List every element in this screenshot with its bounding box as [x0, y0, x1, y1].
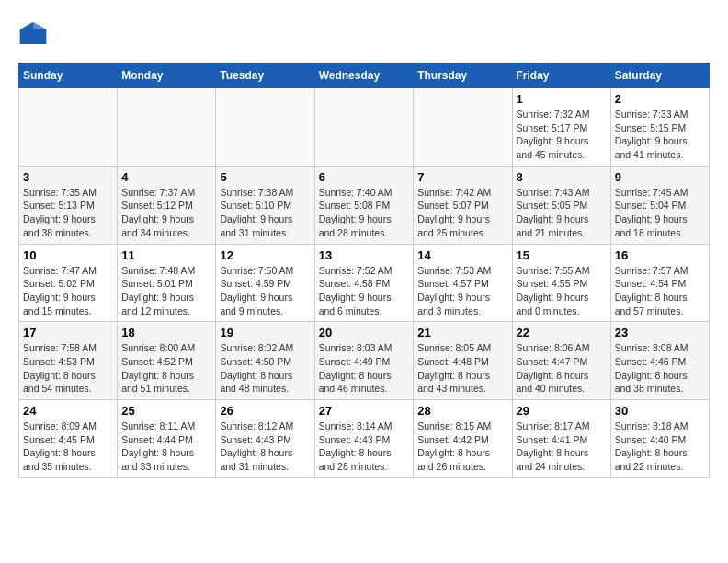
day-info: Sunrise: 8:09 AM Sunset: 4:45 PM Dayligh…: [23, 419, 113, 474]
calendar-week-1: 1Sunrise: 7:32 AM Sunset: 5:17 PM Daylig…: [19, 88, 710, 167]
day-info: Sunrise: 8:03 AM Sunset: 4:49 PM Dayligh…: [319, 341, 410, 396]
calendar-cell: 11Sunrise: 7:48 AM Sunset: 5:01 PM Dayli…: [118, 244, 216, 322]
day-info: Sunrise: 7:45 AM Sunset: 5:04 PM Dayligh…: [615, 186, 705, 240]
day-info: Sunrise: 7:53 AM Sunset: 4:57 PM Dayligh…: [417, 264, 507, 318]
day-info: Sunrise: 7:50 AM Sunset: 4:59 PM Dayligh…: [220, 264, 310, 318]
day-info: Sunrise: 7:52 AM Sunset: 4:58 PM Dayligh…: [319, 264, 410, 318]
logo: [18, 18, 51, 48]
day-number: 24: [23, 404, 113, 418]
calendar-header-row: SundayMondayTuesdayWednesdayThursdayFrid…: [19, 63, 710, 88]
calendar-week-5: 24Sunrise: 8:09 AM Sunset: 4:45 PM Dayli…: [19, 400, 710, 478]
day-number: 12: [220, 248, 310, 262]
calendar-cell: [414, 88, 512, 167]
day-number: 11: [121, 248, 211, 262]
day-number: 16: [615, 248, 705, 262]
calendar-cell: 7Sunrise: 7:42 AM Sunset: 5:07 PM Daylig…: [414, 166, 512, 244]
day-info: Sunrise: 7:37 AM Sunset: 5:12 PM Dayligh…: [121, 186, 211, 240]
calendar-week-4: 17Sunrise: 7:58 AM Sunset: 4:53 PM Dayli…: [19, 322, 710, 400]
calendar-cell: [19, 88, 118, 167]
calendar-header-tuesday: Tuesday: [216, 63, 314, 88]
day-number: 8: [517, 170, 607, 184]
calendar-cell: [314, 88, 414, 167]
day-info: Sunrise: 7:48 AM Sunset: 5:01 PM Dayligh…: [121, 264, 211, 318]
calendar-header-friday: Friday: [512, 63, 610, 88]
calendar-cell: 27Sunrise: 8:14 AM Sunset: 4:43 PM Dayli…: [314, 400, 414, 478]
day-number: 25: [121, 404, 211, 418]
day-number: 2: [615, 92, 705, 106]
day-number: 29: [517, 404, 607, 418]
day-info: Sunrise: 8:14 AM Sunset: 4:43 PM Dayligh…: [319, 419, 410, 474]
day-info: Sunrise: 8:08 AM Sunset: 4:46 PM Dayligh…: [615, 341, 705, 396]
day-number: 22: [517, 326, 607, 339]
day-number: 27: [319, 404, 410, 418]
calendar-cell: 14Sunrise: 7:53 AM Sunset: 4:57 PM Dayli…: [414, 244, 512, 322]
calendar-cell: 23Sunrise: 8:08 AM Sunset: 4:46 PM Dayli…: [610, 322, 709, 400]
calendar-cell: 10Sunrise: 7:47 AM Sunset: 5:02 PM Dayli…: [19, 244, 118, 322]
day-info: Sunrise: 8:00 AM Sunset: 4:52 PM Dayligh…: [121, 341, 211, 396]
page-header: [18, 18, 710, 48]
day-info: Sunrise: 8:05 AM Sunset: 4:48 PM Dayligh…: [417, 341, 507, 396]
day-number: 6: [319, 170, 410, 184]
day-number: 4: [121, 170, 211, 184]
day-info: Sunrise: 7:35 AM Sunset: 5:13 PM Dayligh…: [23, 186, 113, 240]
day-info: Sunrise: 7:43 AM Sunset: 5:05 PM Dayligh…: [517, 186, 607, 240]
day-info: Sunrise: 7:32 AM Sunset: 5:17 PM Dayligh…: [517, 108, 607, 162]
calendar-cell: 25Sunrise: 8:11 AM Sunset: 4:44 PM Dayli…: [118, 400, 216, 478]
calendar-cell: 21Sunrise: 8:05 AM Sunset: 4:48 PM Dayli…: [414, 322, 512, 400]
day-number: 7: [417, 170, 507, 184]
calendar-cell: 29Sunrise: 8:17 AM Sunset: 4:41 PM Dayli…: [512, 400, 610, 478]
day-number: 9: [615, 170, 705, 184]
day-number: 14: [417, 248, 507, 262]
day-number: 23: [615, 326, 705, 339]
calendar-cell: 6Sunrise: 7:40 AM Sunset: 5:08 PM Daylig…: [314, 166, 414, 244]
calendar-cell: 12Sunrise: 7:50 AM Sunset: 4:59 PM Dayli…: [216, 244, 314, 322]
day-number: 26: [220, 404, 310, 418]
calendar-cell: 22Sunrise: 8:06 AM Sunset: 4:47 PM Dayli…: [512, 322, 610, 400]
calendar-cell: 18Sunrise: 8:00 AM Sunset: 4:52 PM Dayli…: [118, 322, 216, 400]
day-number: 18: [121, 326, 211, 339]
day-info: Sunrise: 7:57 AM Sunset: 4:54 PM Dayligh…: [615, 264, 705, 318]
calendar-cell: 17Sunrise: 7:58 AM Sunset: 4:53 PM Dayli…: [19, 322, 118, 400]
day-number: 19: [220, 326, 310, 339]
calendar-cell: 1Sunrise: 7:32 AM Sunset: 5:17 PM Daylig…: [512, 88, 610, 167]
calendar-cell: 3Sunrise: 7:35 AM Sunset: 5:13 PM Daylig…: [19, 166, 118, 244]
calendar-cell: 19Sunrise: 8:02 AM Sunset: 4:50 PM Dayli…: [216, 322, 314, 400]
day-info: Sunrise: 7:55 AM Sunset: 4:55 PM Dayligh…: [517, 264, 607, 318]
calendar-cell: 9Sunrise: 7:45 AM Sunset: 5:04 PM Daylig…: [610, 166, 709, 244]
calendar-week-3: 10Sunrise: 7:47 AM Sunset: 5:02 PM Dayli…: [19, 244, 710, 322]
day-info: Sunrise: 7:38 AM Sunset: 5:10 PM Dayligh…: [220, 186, 310, 240]
day-number: 21: [417, 326, 507, 339]
day-number: 17: [23, 326, 113, 339]
day-info: Sunrise: 8:12 AM Sunset: 4:43 PM Dayligh…: [220, 419, 310, 474]
calendar-table: SundayMondayTuesdayWednesdayThursdayFrid…: [18, 63, 710, 478]
day-info: Sunrise: 7:58 AM Sunset: 4:53 PM Dayligh…: [23, 341, 113, 396]
calendar-cell: 16Sunrise: 7:57 AM Sunset: 4:54 PM Dayli…: [610, 244, 709, 322]
day-number: 1: [517, 92, 607, 106]
svg-marker-1: [33, 22, 46, 29]
calendar-header-saturday: Saturday: [610, 63, 709, 88]
calendar-cell: [118, 88, 216, 167]
calendar-cell: 13Sunrise: 7:52 AM Sunset: 4:58 PM Dayli…: [314, 244, 414, 322]
calendar-cell: 4Sunrise: 7:37 AM Sunset: 5:12 PM Daylig…: [118, 166, 216, 244]
calendar-cell: 26Sunrise: 8:12 AM Sunset: 4:43 PM Dayli…: [216, 400, 314, 478]
calendar-cell: 30Sunrise: 8:18 AM Sunset: 4:40 PM Dayli…: [610, 400, 709, 478]
calendar-cell: 15Sunrise: 7:55 AM Sunset: 4:55 PM Dayli…: [512, 244, 610, 322]
day-number: 28: [417, 404, 507, 418]
day-info: Sunrise: 8:02 AM Sunset: 4:50 PM Dayligh…: [220, 341, 310, 396]
calendar-cell: 20Sunrise: 8:03 AM Sunset: 4:49 PM Dayli…: [314, 322, 414, 400]
day-info: Sunrise: 8:17 AM Sunset: 4:41 PM Dayligh…: [517, 419, 607, 474]
calendar-cell: 8Sunrise: 7:43 AM Sunset: 5:05 PM Daylig…: [512, 166, 610, 244]
calendar-week-2: 3Sunrise: 7:35 AM Sunset: 5:13 PM Daylig…: [19, 166, 710, 244]
day-info: Sunrise: 7:42 AM Sunset: 5:07 PM Dayligh…: [417, 186, 507, 240]
day-info: Sunrise: 8:06 AM Sunset: 4:47 PM Dayligh…: [517, 341, 607, 396]
day-info: Sunrise: 7:47 AM Sunset: 5:02 PM Dayligh…: [23, 264, 113, 318]
day-number: 15: [517, 248, 607, 262]
day-info: Sunrise: 8:11 AM Sunset: 4:44 PM Dayligh…: [121, 419, 211, 474]
day-info: Sunrise: 7:33 AM Sunset: 5:15 PM Dayligh…: [615, 108, 705, 162]
calendar-header-thursday: Thursday: [414, 63, 512, 88]
day-number: 13: [319, 248, 410, 262]
logo-icon: [18, 18, 48, 48]
day-number: 30: [615, 404, 705, 418]
day-info: Sunrise: 8:15 AM Sunset: 4:42 PM Dayligh…: [417, 419, 507, 474]
calendar-cell: [216, 88, 314, 167]
